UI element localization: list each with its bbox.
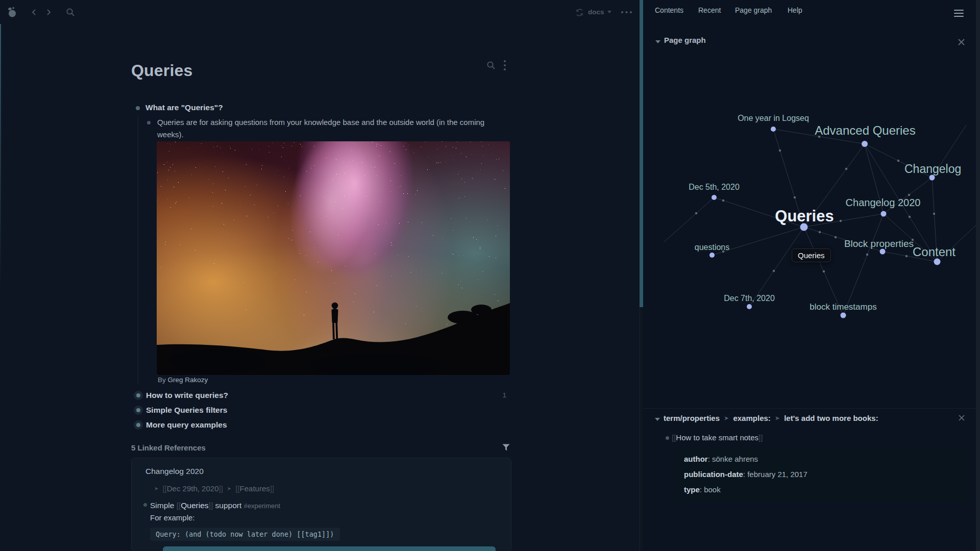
sync-icon[interactable] <box>575 8 584 17</box>
nav-back-icon[interactable] <box>30 8 38 16</box>
block-what-are-queries[interactable]: What are "Queries"? <box>145 103 223 112</box>
graph-node-label[interactable]: Changelog <box>904 162 961 176</box>
graph-node[interactable] <box>880 249 886 255</box>
graph-node[interactable] <box>747 304 752 309</box>
linked-ref-count-badge[interactable]: 1 <box>502 391 506 399</box>
graph-edge <box>843 214 884 315</box>
collapsed-bullet[interactable] <box>134 391 143 400</box>
block-row: Simple Queries filters <box>131 405 510 417</box>
block-how-to-write-queries[interactable]: How to write queries? <box>146 391 228 400</box>
tab-recent[interactable]: Recent <box>698 6 721 14</box>
graph-node-label[interactable]: Block properties <box>844 238 914 249</box>
collapsed-bullet[interactable] <box>134 406 143 415</box>
breadcrumb-item-date[interactable]: [[Dec 29th, 2020]] <box>162 484 223 493</box>
breadcrumb-root[interactable]: term/properties <box>664 414 720 422</box>
block-bullet[interactable] <box>147 121 151 124</box>
graph-waypoint-dot <box>823 270 825 272</box>
tag-experiment[interactable]: #experiment <box>244 502 281 510</box>
block-bullet[interactable] <box>666 436 669 440</box>
page-menu-kebab-icon[interactable] <box>503 60 506 71</box>
logseq-window: { "topbar": { "graph_switcher_label": "d… <box>0 0 980 551</box>
breadcrumb-item-features[interactable]: [[Features]] <box>235 484 274 493</box>
breadcrumb-arrow-icon: ➤ <box>775 415 779 421</box>
caption-author-link[interactable]: Greg Rakozy <box>168 376 208 384</box>
block-row: More query examples <box>131 419 510 432</box>
graph-node-label[interactable]: Dec 5th, 2020 <box>689 183 740 191</box>
graph-waypoint-dot <box>905 255 908 257</box>
filter-icon[interactable] <box>502 444 510 451</box>
breadcrumb: ➤ [[Dec 29th, 2020]] ➤ [[Features]] <box>154 484 274 493</box>
graph-switcher[interactable]: docs <box>588 8 611 16</box>
graph-node[interactable] <box>709 253 715 258</box>
graph-waypoint-dot <box>909 216 911 218</box>
graph-node[interactable] <box>841 313 846 318</box>
menu-hamburger-icon[interactable] <box>954 8 964 19</box>
block-bullet[interactable] <box>136 106 140 110</box>
close-icon[interactable] <box>958 414 965 421</box>
block-guideline <box>138 115 138 384</box>
property-row: author: sönke ahrens <box>684 452 960 467</box>
graph-waypoint-dot <box>845 168 847 170</box>
block-simple-queries-filters[interactable]: Simple Queries filters <box>146 406 227 415</box>
graph-node[interactable] <box>771 127 776 132</box>
close-icon[interactable] <box>958 38 965 46</box>
block-for-example[interactable]: For example: <box>150 513 195 522</box>
tab-page-graph[interactable]: Page graph <box>735 6 772 14</box>
graph-edge <box>884 178 932 214</box>
graph-node[interactable] <box>862 141 868 147</box>
block-queries-description[interactable]: Queries are for asking questions from yo… <box>157 116 498 141</box>
breadcrumb-arrow-icon: ➤ <box>154 486 158 491</box>
tab-contents[interactable]: Contents <box>655 6 683 14</box>
page-graph-section-title: Page graph <box>664 36 706 44</box>
collapsed-bullet[interactable] <box>134 420 143 430</box>
block-bullet[interactable] <box>143 503 147 507</box>
block-how-to-take-smart-notes[interactable]: [[How to take smart notes]] <box>672 433 763 442</box>
graph-node-label[interactable]: Queries <box>775 207 834 225</box>
block-more-query-examples[interactable]: More query examples <box>146 420 227 430</box>
graph-node[interactable] <box>712 195 717 200</box>
search-icon[interactable] <box>66 8 75 17</box>
linked-references-header[interactable]: 5 Linked References <box>131 443 206 452</box>
property-value: sönke ahrens <box>712 455 758 463</box>
graph-node-label[interactable]: questions <box>695 243 730 252</box>
graph-waypoint-dot <box>779 149 781 152</box>
graph-node[interactable] <box>929 175 935 181</box>
collapse-triangle-icon[interactable] <box>655 418 660 421</box>
linked-references-card: Changelog 2020 ➤ [[Dec 29th, 2020]] ➤ [[… <box>131 458 511 551</box>
property-value: book <box>704 485 721 494</box>
more-options-icon[interactable] <box>621 11 633 14</box>
logseq-logo-icon[interactable] <box>7 7 18 18</box>
block-simple-queries-support[interactable]: Simple [[Queries]] support #experiment <box>150 501 280 510</box>
caption-prefix: By <box>158 376 168 384</box>
graph-waypoint-dot <box>773 270 775 272</box>
page-ref-queries[interactable]: Queries <box>181 501 208 510</box>
tab-help[interactable]: Help <box>788 6 802 14</box>
graph-node-label[interactable]: Advanced Queries <box>815 123 915 137</box>
graph-node-label[interactable]: Dec 7th, 2020 <box>724 294 775 303</box>
graph-node[interactable] <box>934 259 941 265</box>
graph-waypoint-dot <box>819 231 821 233</box>
inline-code-query[interactable]: Query: (and (todo now later done) [[tag1… <box>150 528 340 541</box>
graph-waypoint-dot <box>897 160 899 162</box>
graph-node[interactable] <box>881 211 887 217</box>
image-caption: By Greg Rakozy <box>158 376 208 384</box>
page-image[interactable] <box>157 141 510 375</box>
page-graph-canvas[interactable]: One year in LogseqAdvanced QueriesChange… <box>640 51 976 408</box>
graph-waypoint-dot <box>840 220 842 222</box>
graph-node-label[interactable]: Content <box>913 245 955 259</box>
collapse-triangle-icon[interactable] <box>655 40 660 43</box>
page-search-icon[interactable] <box>486 61 496 70</box>
graph-node-label[interactable]: One year in Logseq <box>738 114 809 122</box>
graph-waypoint-dot <box>794 196 796 198</box>
chevron-down-icon <box>607 11 611 13</box>
graph-node-label[interactable]: block timestamps <box>810 302 876 312</box>
nav-forward-icon[interactable] <box>44 8 53 16</box>
scrollbar-track[interactable] <box>976 0 980 551</box>
breadcrumb-mid[interactable]: examples: <box>733 414 770 422</box>
photo-silhouette <box>157 141 510 375</box>
linked-ref-source-page[interactable]: Changelog 2020 <box>145 467 204 476</box>
graph-node-label[interactable]: Changelog 2020 <box>846 197 921 208</box>
breadcrumb-leaf[interactable]: let's add two more books: <box>784 414 878 422</box>
page-ref-smart-notes[interactable]: How to take smart notes <box>676 433 758 442</box>
property-row: publication-date: february 21, 2017 <box>684 467 960 482</box>
